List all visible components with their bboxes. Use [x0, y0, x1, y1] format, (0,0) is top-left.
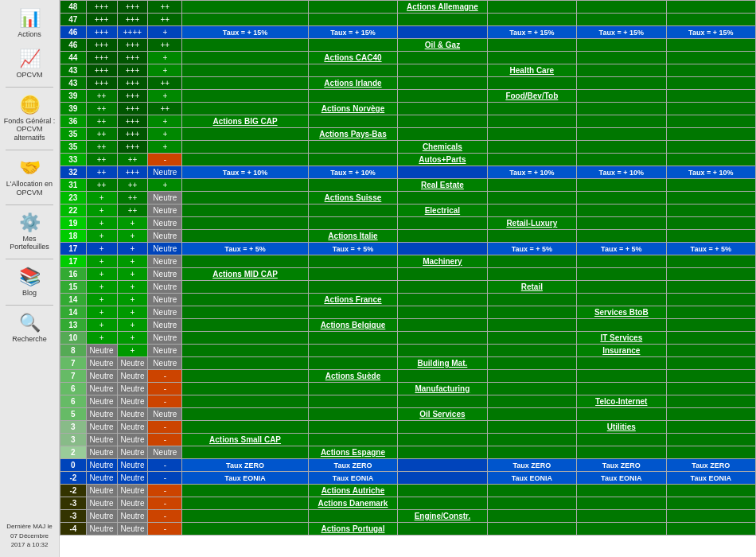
content-cell	[487, 434, 576, 446]
lt-cell: +++	[117, 14, 148, 26]
table-row: 44+++++++Actions CAC40	[60, 52, 756, 64]
content-cell: Autos+Parts	[398, 154, 487, 166]
sidebar-divider-1	[6, 87, 53, 88]
trend-cell: Neutre	[148, 408, 182, 421]
content-cell	[666, 14, 756, 26]
sidebar-item-recherche[interactable]: 🔍 Recherche	[0, 308, 59, 349]
st-cell: +	[86, 319, 117, 332]
sidebar-item-fonds[interactable]: 🪙 Fonds Général : OPCVM alternatifs	[0, 90, 59, 147]
content-cell	[398, 90, 487, 103]
st-cell: +++	[86, 39, 117, 52]
content-cell	[577, 370, 666, 383]
content-cell	[666, 154, 756, 166]
fonds-icon: 🪙	[19, 95, 41, 115]
st-cell: Neutre	[86, 357, 117, 370]
lt-cell: +	[117, 332, 148, 345]
content-cell	[666, 395, 756, 408]
content-cell	[487, 319, 576, 332]
content-cell	[398, 294, 487, 306]
content-cell	[666, 255, 756, 268]
content-cell	[182, 103, 308, 115]
sidebar-item-actions[interactable]: 📊 Actions	[0, 3, 59, 44]
content-cell	[487, 204, 576, 217]
st-cell: +	[86, 332, 117, 345]
st-cell: +	[86, 268, 117, 281]
content-cell	[666, 281, 756, 294]
table-row: 6NeutreNeutre-Telco-Internet	[60, 395, 756, 408]
content-cell	[182, 1, 308, 14]
table-row: 22+++NeutreElectrical	[60, 204, 756, 217]
content-cell	[182, 294, 308, 306]
table-row: 35++++++Chemicals	[60, 141, 756, 154]
content-cell	[487, 383, 576, 395]
lt-cell: Neutre	[117, 446, 148, 459]
content-cell	[182, 217, 308, 230]
score-cell: 3	[60, 421, 87, 434]
table-row: 14++NeutreServices BtoB	[60, 306, 756, 319]
trend-cell: Neutre	[148, 319, 182, 332]
lt-cell: Neutre	[117, 485, 148, 497]
sidebar-item-opcvm[interactable]: 📈 OPCVM	[0, 44, 59, 84]
lt-cell: +++	[117, 115, 148, 128]
lt-cell: +	[117, 281, 148, 294]
st-cell: +	[86, 204, 117, 217]
score-cell: 6	[60, 383, 87, 395]
content-cell	[666, 446, 756, 459]
lt-cell: +++	[117, 166, 148, 179]
lt-cell: +	[117, 345, 148, 357]
content-cell	[398, 64, 487, 77]
score-cell: 15	[60, 281, 87, 294]
trend-cell: Neutre	[148, 281, 182, 294]
content-cell: Machinery	[398, 255, 487, 268]
content-cell	[398, 459, 487, 472]
score-cell: 6	[60, 395, 87, 408]
content-cell	[666, 179, 756, 192]
content-cell	[182, 345, 308, 357]
content-cell: Taux ZERO	[666, 459, 756, 472]
lt-cell: ++	[117, 179, 148, 192]
st-cell: +++	[86, 26, 117, 39]
content-cell	[487, 408, 576, 421]
content-cell: Actions Small CAP	[182, 434, 308, 446]
content-cell: Real Estate	[398, 179, 487, 192]
table-row: 48++++++++Actions Allemagne	[60, 1, 756, 14]
score-cell: 14	[60, 306, 87, 319]
trend-cell: +	[148, 26, 182, 39]
content-cell	[308, 90, 397, 103]
sidebar-item-portefeuilles[interactable]: ⚙️ Mes Portefeuilles	[0, 208, 59, 257]
score-cell: 10	[60, 332, 87, 345]
content-cell	[487, 154, 576, 166]
content-cell	[666, 115, 756, 128]
trend-cell: -	[148, 395, 182, 408]
content-cell	[308, 141, 397, 154]
sidebar-item-allocation[interactable]: 🤝 L'Allocation en OPCVM	[0, 153, 59, 202]
content-cell	[308, 217, 397, 230]
trend-cell: Neutre	[148, 345, 182, 357]
sidebar-item-blog[interactable]: 📚 Blog	[0, 262, 59, 302]
table-row: 17++NeutreMachinery	[60, 255, 756, 268]
content-cell	[182, 523, 308, 536]
content-cell	[666, 485, 756, 497]
st-cell: Neutre	[86, 485, 117, 497]
content-cell	[577, 1, 666, 14]
trend-cell: +	[148, 52, 182, 64]
content-cell: Services BtoB	[577, 306, 666, 319]
content-cell	[487, 103, 576, 115]
content-cell	[308, 255, 397, 268]
table-row: -4NeutreNeutre-Actions Portugal	[60, 523, 756, 536]
table-row: 8Neutre+NeutreInsurance	[60, 345, 756, 357]
table-row: 43++++++++Actions Irlande	[60, 77, 756, 90]
content-cell	[182, 230, 308, 243]
content-cell	[577, 281, 666, 294]
table-row: 17++NeutreTaux = + 5%Taux = + 5%Taux = +…	[60, 243, 756, 255]
content-cell	[577, 103, 666, 115]
content-cell	[398, 370, 487, 383]
content-cell: Taux = + 5%	[666, 243, 756, 255]
score-cell: -2	[60, 472, 87, 485]
score-cell: 23	[60, 192, 87, 204]
content-cell	[577, 446, 666, 459]
content-cell: Telco-Internet	[577, 395, 666, 408]
trend-cell: -	[148, 497, 182, 510]
st-cell: Neutre	[86, 434, 117, 446]
table-row: 6NeutreNeutre-Manufacturing	[60, 383, 756, 395]
